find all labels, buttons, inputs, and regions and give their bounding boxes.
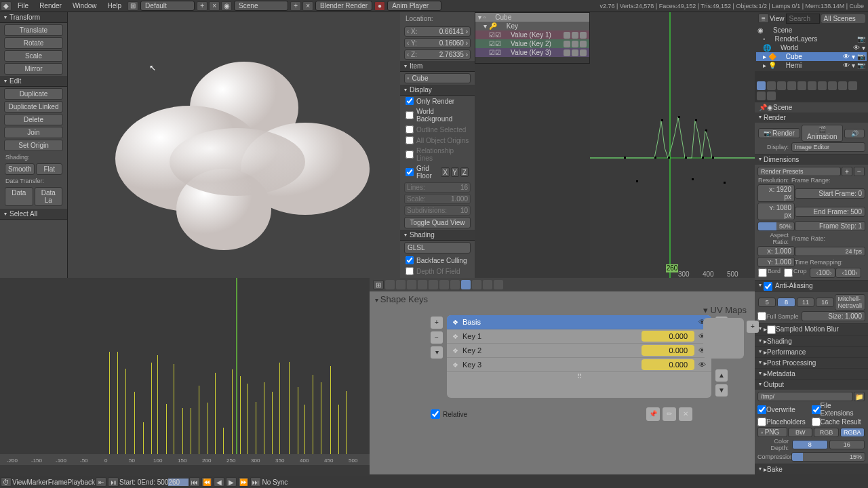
compression-slider[interactable]: 15% <box>791 452 865 462</box>
layout-add[interactable]: + <box>197 1 208 11</box>
outliner-search[interactable] <box>786 14 820 24</box>
scene-del[interactable]: × <box>302 1 313 11</box>
world-tab-icon[interactable] <box>787 81 796 90</box>
flat-button[interactable]: Flat <box>36 163 62 175</box>
shapekey-basis[interactable]: ❖Basis👁 <box>447 315 711 329</box>
meta-section[interactable]: ▸ Metadata <box>755 369 868 379</box>
fileext-check[interactable] <box>812 405 821 414</box>
scale-button[interactable]: Scale <box>4 50 63 62</box>
smooth-button[interactable]: Smooth <box>5 163 35 175</box>
motionblur-section[interactable]: ▸ Sampled Motion Blur <box>755 324 868 336</box>
bw-btn[interactable]: BW <box>788 428 812 437</box>
tr-new[interactable]: ‹100› <box>835 268 861 278</box>
tl-play-icon[interactable]: ⏯ <box>108 477 119 487</box>
tl-end-field[interactable]: End: 500 <box>141 479 168 486</box>
sk-moveup[interactable]: ▲ <box>715 369 728 382</box>
item-name-field[interactable]: ▫Cube <box>404 73 471 83</box>
render-section[interactable]: Render <box>755 113 868 123</box>
animation-button[interactable]: 🎬 Animation <box>802 125 844 142</box>
loc-z-field[interactable]: ‹ Z:2.76335 › <box>404 49 471 60</box>
tl-last-icon[interactable]: ⏭ <box>250 477 261 487</box>
scene-icon[interactable]: ◉ <box>221 1 232 11</box>
shading-header[interactable]: Shading <box>400 230 475 241</box>
props-editor-icon[interactable]: ⊞ <box>373 280 384 289</box>
only-render-check[interactable]: Only Render <box>400 96 475 106</box>
shapekeys-title[interactable]: Shape Keys <box>370 291 755 310</box>
eye-icon[interactable]: 👁 <box>698 361 706 369</box>
crop-check[interactable] <box>784 268 793 277</box>
outline-check[interactable]: Outline Selected <box>400 124 475 135</box>
prop-tab-1[interactable] <box>385 280 395 289</box>
start-frame[interactable]: Start Frame: 0 <box>795 188 865 199</box>
backface-check[interactable]: Backface Culling <box>400 255 475 266</box>
overwrite-check[interactable] <box>757 405 766 414</box>
placeholders-check[interactable] <box>757 418 766 426</box>
pin-icon[interactable]: 📌 <box>759 104 767 111</box>
scene-tab-icon[interactable] <box>777 81 786 90</box>
fullsample[interactable] <box>757 312 766 321</box>
sk-pin-icon[interactable]: 📌 <box>646 407 660 421</box>
layout-del[interactable]: × <box>209 1 220 11</box>
physics-tab-icon[interactable] <box>767 92 776 100</box>
outliner-renderlayers[interactable]: ▫RenderLayers📷 <box>756 35 867 43</box>
aa16[interactable]: 16 <box>816 298 833 307</box>
3d-viewport[interactable]: ↖ <box>68 12 400 278</box>
menu-help[interactable]: Help <box>102 1 127 11</box>
tl-current-field[interactable]: 260 <box>168 479 189 486</box>
relationship-check[interactable]: Relationship Lines <box>400 146 475 163</box>
timeline-area[interactable]: -200-150-100-500501001502002503003504004… <box>0 278 370 465</box>
display-dropdown[interactable]: Image Editor <box>791 142 865 152</box>
output-path[interactable]: /tmp/ <box>757 392 853 401</box>
sk-close-icon[interactable]: ✕ <box>679 407 692 421</box>
aa-filter[interactable]: Mitchell-Netravali <box>835 294 866 310</box>
engine-dropdown[interactable]: Blender Render <box>315 1 372 11</box>
tl-editor-icon[interactable]: ⏱ <box>1 477 12 487</box>
aa5[interactable]: 5 <box>758 298 776 307</box>
constraint-tab-icon[interactable] <box>808 81 816 90</box>
data-tab-icon[interactable] <box>828 81 837 90</box>
blender-icon[interactable]: ◆ <box>1 1 12 11</box>
tl-marker[interactable]: Marker <box>27 479 48 486</box>
data-button[interactable]: Data <box>5 187 33 206</box>
tl-next-icon[interactable]: ⏩ <box>238 477 249 487</box>
aa-section[interactable]: Anti-Aliasing <box>755 281 868 292</box>
loc-x-field[interactable]: ‹ X:0.66141 › <box>404 26 471 37</box>
layout-icon[interactable]: ⊞ <box>127 1 138 11</box>
outliner-scene[interactable]: ◉Scene <box>756 26 867 35</box>
tl-prev-icon[interactable]: ⏪ <box>201 477 212 487</box>
sk-remove[interactable]: − <box>431 331 443 344</box>
browse-icon[interactable]: 📁 <box>854 392 865 401</box>
uv-add[interactable]: + <box>747 321 759 333</box>
prop-tab-6[interactable] <box>439 280 449 289</box>
prop-tab-4[interactable] <box>418 280 427 289</box>
outliner-world[interactable]: 🌐World👁 ▾ <box>756 43 867 52</box>
set-origin-button[interactable]: Set Origin <box>4 140 63 151</box>
sk-editmode-icon[interactable]: ✏ <box>663 407 676 421</box>
aspect-x[interactable]: X: 1.000 <box>757 246 795 256</box>
datala-button[interactable]: Data La <box>35 187 63 206</box>
sk-movedn[interactable]: ▼ <box>715 384 728 396</box>
object-tab-icon[interactable] <box>797 81 806 90</box>
display-header[interactable]: Display <box>400 85 475 96</box>
gridfloor-check[interactable]: Grid FloorXYZ <box>400 163 475 181</box>
key1-value[interactable]: 0.000 <box>642 331 694 342</box>
layout-dropdown[interactable]: Default <box>140 1 195 11</box>
sk-specials[interactable]: ▾ <box>431 346 443 359</box>
relative-check[interactable]: Relative <box>431 409 467 419</box>
frame-step[interactable]: Frame Step: 1 <box>795 221 865 231</box>
duplicate-button[interactable]: Duplicate <box>4 88 63 100</box>
channel-cube[interactable]: ▾ ▫Cube <box>475 13 589 22</box>
tl-playrev-icon[interactable]: ◀ <box>214 477 224 487</box>
shapekey-key2[interactable]: ❖Key 20.000👁 <box>447 344 711 358</box>
modifier-tab-icon[interactable] <box>818 81 827 90</box>
texture-tab-icon[interactable] <box>848 81 857 90</box>
material-tab-icon[interactable] <box>838 81 847 90</box>
tl-playfwd-icon[interactable]: ▶ <box>226 477 237 487</box>
lines-field[interactable]: Lines:16 <box>404 182 471 192</box>
delete-button[interactable]: Delete <box>4 114 63 125</box>
particle-tab-icon[interactable] <box>757 92 766 100</box>
res-y[interactable]: Y: 1080 px <box>757 203 795 220</box>
aa-size[interactable]: Size: 1.000 <box>802 311 865 321</box>
edit-header[interactable]: Edit <box>0 76 67 87</box>
cache-check[interactable] <box>812 418 821 426</box>
